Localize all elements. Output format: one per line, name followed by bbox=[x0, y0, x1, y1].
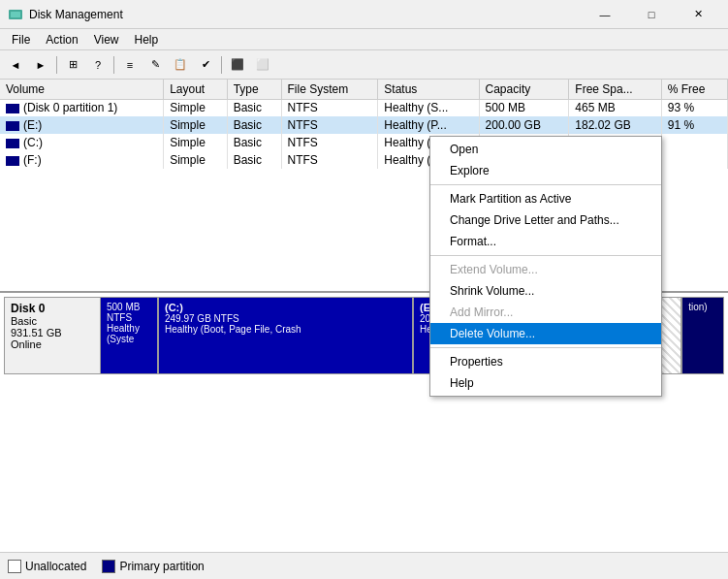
toolbar-back[interactable]: ◄ bbox=[4, 54, 27, 76]
ctx-help[interactable]: Help bbox=[430, 372, 661, 394]
menu-bar: File Action View Help bbox=[0, 29, 728, 50]
cell-type: Basic bbox=[227, 134, 281, 151]
drive-icon bbox=[6, 156, 19, 166]
table-row[interactable]: (Disk 0 partition 1)SimpleBasicNTFSHealt… bbox=[0, 99, 728, 116]
cell-status: Healthy (S... bbox=[378, 99, 479, 116]
c-size: 249.97 GB NTFS bbox=[165, 313, 406, 324]
window-title: Disk Management bbox=[29, 8, 123, 21]
partition-unknown[interactable]: tion) bbox=[682, 298, 723, 373]
ctx-active[interactable]: Mark Partition as Active bbox=[430, 188, 661, 209]
cell-capacity: 500 MB bbox=[479, 99, 569, 116]
menu-view[interactable]: View bbox=[86, 31, 127, 48]
ctx-shrink[interactable]: Shrink Volume... bbox=[430, 280, 661, 302]
cell-free: 182.02 GB bbox=[569, 116, 661, 134]
ctx-explore[interactable]: Explore bbox=[430, 160, 661, 181]
legend-primary: Primary partition bbox=[102, 560, 204, 573]
cell-volume: (C:) bbox=[0, 134, 164, 151]
toolbar-btn5[interactable]: ≡ bbox=[118, 54, 142, 76]
context-menu: OpenExploreMark Partition as ActiveChang… bbox=[429, 136, 662, 397]
col-free: Free Spa... bbox=[569, 80, 661, 99]
col-status: Status bbox=[378, 80, 479, 99]
toolbar-btn6[interactable]: ✎ bbox=[143, 54, 167, 76]
legend-unalloc-box bbox=[8, 560, 21, 573]
cell-status: Healthy (P... bbox=[378, 116, 479, 134]
ctx-mirror: Add Mirror... bbox=[430, 302, 661, 323]
col-type: Type bbox=[227, 80, 281, 99]
menu-action[interactable]: Action bbox=[38, 31, 85, 48]
app-icon bbox=[8, 7, 23, 22]
toolbar-btn7[interactable]: 📋 bbox=[169, 54, 192, 76]
ctx-separator-sep1 bbox=[430, 184, 661, 185]
cell-free: 465 MB bbox=[569, 99, 661, 116]
ctx-delete[interactable]: Delete Volume... bbox=[430, 323, 661, 344]
drive-icon bbox=[6, 139, 19, 148]
title-bar-left: Disk Management bbox=[8, 7, 123, 22]
toolbar-sep1 bbox=[56, 56, 57, 74]
maximize-button[interactable]: □ bbox=[629, 5, 674, 24]
toolbar-btn4[interactable]: ? bbox=[86, 54, 110, 76]
partition-p1[interactable]: 500 MB NTFS Healthy (Syste bbox=[101, 298, 159, 373]
ctx-open[interactable]: Open bbox=[430, 139, 661, 160]
cell-layout: Simple bbox=[164, 134, 228, 151]
cell-type: Basic bbox=[227, 116, 281, 134]
ctx-separator-sep3 bbox=[430, 347, 661, 348]
partition-c[interactable]: (C:) 249.97 GB NTFS Healthy (Boot, Page … bbox=[159, 298, 414, 373]
toolbar-btn9[interactable]: ⬛ bbox=[226, 54, 249, 76]
status-bar: Unallocated Primary partition bbox=[0, 552, 728, 579]
toolbar: ◄ ► ⊞ ? ≡ ✎ 📋 ✔ ⬛ ⬜ bbox=[0, 50, 728, 80]
cell-type: Basic bbox=[227, 99, 281, 116]
title-bar: Disk Management — □ ✕ bbox=[0, 0, 728, 29]
cell-filesystem: NTFS bbox=[281, 151, 378, 169]
col-layout: Layout bbox=[164, 80, 228, 99]
cell-filesystem: NTFS bbox=[281, 116, 378, 134]
toolbar-btn8[interactable]: ✔ bbox=[194, 54, 217, 76]
cell-pct_free bbox=[661, 151, 727, 169]
p1-status: Healthy (Syste bbox=[107, 323, 151, 344]
toolbar-btn10[interactable]: ⬜ bbox=[251, 54, 274, 76]
legend-unalloc-label: Unallocated bbox=[25, 560, 86, 573]
drive-icon bbox=[6, 121, 19, 131]
cell-layout: Simple bbox=[164, 151, 228, 169]
unknown-status: tion) bbox=[688, 302, 717, 312]
cell-volume: (E:) bbox=[0, 116, 164, 134]
legend-primary-label: Primary partition bbox=[119, 560, 204, 573]
cell-pct_free: 91 % bbox=[661, 116, 727, 134]
menu-file[interactable]: File bbox=[4, 31, 38, 48]
p1-size: 500 MB NTFS bbox=[107, 302, 151, 323]
disk-name: Disk 0 bbox=[11, 302, 94, 315]
ctx-separator-sep2 bbox=[430, 255, 661, 256]
cell-layout: Simple bbox=[164, 99, 228, 116]
toolbar-forward[interactable]: ► bbox=[29, 54, 52, 76]
disk-label: Disk 0 Basic 931.51 GB Online bbox=[4, 297, 101, 374]
ctx-drive-letter[interactable]: Change Drive Letter and Paths... bbox=[430, 209, 661, 231]
col-pct: % Free bbox=[661, 80, 727, 99]
disk-type: Basic bbox=[11, 315, 94, 327]
svg-rect-1 bbox=[11, 12, 20, 17]
ctx-format[interactable]: Format... bbox=[430, 231, 661, 252]
cell-capacity: 200.00 GB bbox=[479, 116, 569, 134]
toolbar-sep2 bbox=[113, 56, 114, 74]
disk-size: 931.51 GB bbox=[11, 327, 94, 338]
title-bar-controls: — □ ✕ bbox=[583, 5, 720, 24]
cell-volume: (F:) bbox=[0, 151, 164, 169]
col-capacity: Capacity bbox=[479, 80, 569, 99]
cell-pct_free: 93 % bbox=[661, 99, 727, 116]
cell-filesystem: NTFS bbox=[281, 134, 378, 151]
c-label: (C:) bbox=[165, 302, 406, 313]
legend-unalloc: Unallocated bbox=[8, 560, 86, 573]
toolbar-btn3[interactable]: ⊞ bbox=[61, 54, 84, 76]
c-status: Healthy (Boot, Page File, Crash bbox=[165, 324, 406, 335]
cell-type: Basic bbox=[227, 151, 281, 169]
ctx-properties[interactable]: Properties bbox=[430, 351, 661, 372]
legend-primary-box bbox=[102, 560, 115, 573]
col-volume: Volume bbox=[0, 80, 164, 99]
cell-filesystem: NTFS bbox=[281, 99, 378, 116]
minimize-button[interactable]: — bbox=[583, 5, 627, 24]
menu-help[interactable]: Help bbox=[127, 31, 167, 48]
close-button[interactable]: ✕ bbox=[676, 5, 720, 24]
cell-pct_free bbox=[661, 134, 727, 151]
cell-layout: Simple bbox=[164, 116, 228, 134]
col-fs: File System bbox=[281, 80, 378, 99]
ctx-extend: Extend Volume... bbox=[430, 259, 661, 280]
table-row[interactable]: (E:)SimpleBasicNTFSHealthy (P...200.00 G… bbox=[0, 116, 728, 134]
